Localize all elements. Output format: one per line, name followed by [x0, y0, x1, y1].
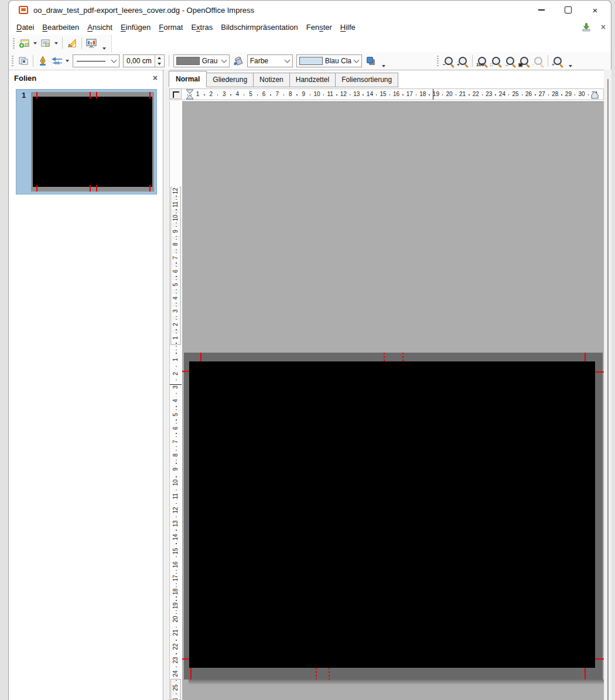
horizontal-ruler[interactable]: 1234567891011121314151617181920212223242…: [169, 88, 604, 100]
ruler-number: 30: [576, 91, 587, 98]
ruler-number: 25: [172, 683, 179, 692]
menu-bearbeiten[interactable]: Bearbeiten: [38, 21, 83, 34]
fill-color-dropdown-icon[interactable]: [351, 55, 361, 67]
crop-mark: [595, 658, 604, 660]
close-document-icon[interactable]: ×: [599, 22, 608, 32]
ruler-number: 1: [172, 355, 179, 364]
styles-and-formatting-button[interactable]: [17, 54, 30, 68]
new-slide-button[interactable]: [18, 36, 31, 50]
spin-up-button[interactable]: [155, 55, 164, 61]
ruler-number: 13: [351, 91, 362, 98]
window-controls: ×: [528, 1, 609, 19]
menu-einfgen[interactable]: Einfügen: [117, 21, 155, 34]
slide-layout-button[interactable]: [39, 36, 52, 50]
tab-type-icon: [173, 91, 179, 98]
panel-close-icon[interactable]: ×: [153, 73, 158, 83]
ruler-number: 7: [172, 437, 179, 446]
menu-format[interactable]: Format: [155, 21, 187, 34]
arrow-style-dropdown-icon[interactable]: [66, 60, 69, 62]
zoom-selection-icon: [534, 57, 542, 65]
zoom-page-width-button[interactable]: ↔: [503, 54, 517, 68]
menu-bildschirmprsentation[interactable]: Bildschirmpräsentation: [217, 21, 302, 34]
zoom-in-button[interactable]: +: [456, 54, 470, 68]
arrow-style-button[interactable]: [50, 54, 63, 68]
toolbar-grip[interactable]: [12, 56, 13, 66]
right-edge-strip: [604, 70, 611, 700]
indent-markers-icon[interactable]: [185, 89, 194, 100]
update-download-icon[interactable]: [581, 22, 592, 32]
zoom-selection-glyph: ▫: [532, 63, 534, 67]
fill-color-combo[interactable]: Blau Classic: [296, 54, 362, 67]
ruler-number: 22: [172, 642, 179, 651]
arrow-style-icon: [50, 56, 63, 66]
menu-extras[interactable]: Extras: [187, 21, 217, 34]
menu-ansicht[interactable]: Ansicht: [83, 21, 117, 34]
slide-thumbnail[interactable]: 1: [16, 89, 157, 194]
toolbar-separator: [548, 55, 548, 67]
toolbar-separator: [472, 55, 473, 67]
fill-type-dropdown-icon[interactable]: [282, 55, 292, 67]
ruler-number: 16: [391, 91, 402, 98]
black-rectangle-object[interactable]: [189, 361, 595, 668]
ruler-number: 21: [457, 91, 468, 98]
toolbar-separator: [33, 55, 33, 67]
tab-foliensortierung[interactable]: Foliensortierung: [335, 73, 398, 87]
menu-hilfe[interactable]: Hilfe: [336, 21, 360, 34]
right-indent-marker-icon[interactable]: [590, 91, 599, 100]
slide-layout-dropdown-icon[interactable]: [54, 42, 58, 45]
fill-type-combo[interactable]: Farbe: [247, 54, 293, 67]
zoom-entire-page-button[interactable]: □: [489, 54, 503, 68]
ruler-number: 24: [172, 669, 179, 678]
tab-gliederung[interactable]: Gliederung: [206, 73, 254, 87]
spin-down-button[interactable]: [155, 61, 164, 67]
toolbar-grip[interactable]: [437, 56, 439, 66]
zoom-100-glyph: 100: [476, 63, 484, 67]
line-style-dropdown-icon[interactable]: [109, 55, 119, 67]
tab-normal[interactable]: Normal: [169, 71, 207, 87]
toolbar-overflow-button[interactable]: [565, 53, 576, 69]
fill-color-label: Blau Classic: [323, 57, 351, 65]
line-color-dropdown-icon[interactable]: [219, 55, 229, 67]
close-button[interactable]: ×: [582, 1, 609, 19]
slide-show-button[interactable]: [85, 36, 98, 50]
menu-datei[interactable]: Datei: [12, 21, 38, 34]
document-canvas[interactable]: [182, 101, 604, 700]
ruler-number: 11: [172, 491, 179, 501]
line-color-combo[interactable]: Grau 6: [173, 54, 230, 67]
zoom-100-button[interactable]: 100: [475, 54, 489, 68]
ruler-number: 16: [172, 560, 179, 569]
tab-handzettel[interactable]: Handzettel: [289, 73, 336, 87]
ruler-number: 13: [172, 519, 179, 528]
ruler-number: 8: [285, 91, 296, 98]
ruler-number: 4: [172, 396, 179, 405]
ruler-number: 20: [172, 614, 179, 624]
maximize-button[interactable]: [555, 1, 582, 19]
line-width-value[interactable]: 0,00 cm: [124, 57, 155, 65]
toolbar-overflow-button[interactable]: [378, 53, 390, 69]
vertical-ruler[interactable]: 1211109876543211234567891011121314151617…: [169, 101, 182, 700]
toolbar-grip[interactable]: [13, 38, 15, 49]
slide-design-button[interactable]: [66, 36, 78, 50]
shadow-button[interactable]: [364, 54, 377, 68]
line-width-spinner[interactable]: 0,00 cm: [123, 54, 165, 67]
panel-splitter[interactable]: [164, 70, 169, 700]
line-button[interactable]: [36, 54, 49, 68]
zoom-optimal-button[interactable]: ▣: [517, 54, 531, 68]
menu-fenster[interactable]: Fenster: [302, 21, 336, 34]
pan-shift-button[interactable]: +: [551, 54, 565, 68]
minimize-button[interactable]: [528, 1, 555, 19]
new-slide-dropdown-icon[interactable]: [33, 42, 37, 45]
area-button[interactable]: [232, 54, 245, 68]
tab-notizen[interactable]: Notizen: [253, 73, 290, 87]
toolbar-overflow-button[interactable]: [98, 36, 110, 52]
ruler-number: 2: [172, 369, 179, 378]
thumbnail-crop-mark: [96, 185, 97, 192]
ruler-number: 17: [172, 573, 179, 583]
thumbnail-crop-mark: [90, 185, 91, 192]
ruler-number: 10: [312, 91, 322, 98]
ruler-number: 7: [272, 91, 282, 98]
tab-type-button[interactable]: [169, 88, 182, 99]
line-style-combo[interactable]: [73, 54, 119, 67]
ruler-number: 23: [484, 91, 494, 98]
zoom-out-button[interactable]: −: [442, 54, 456, 68]
